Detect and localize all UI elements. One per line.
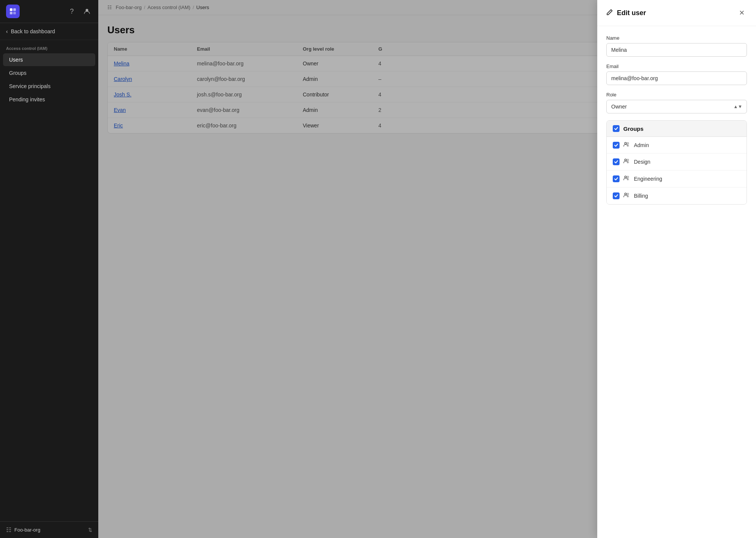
svg-point-12 bbox=[627, 193, 629, 195]
group-admin-label: Admin bbox=[634, 142, 649, 148]
sidebar-item-groups[interactable]: Groups bbox=[3, 67, 95, 79]
close-edit-panel-button[interactable]: ✕ bbox=[736, 8, 747, 18]
group-admin-people-icon bbox=[623, 141, 629, 149]
svg-point-10 bbox=[627, 176, 629, 178]
app-logo bbox=[6, 5, 20, 18]
edit-pencil-icon bbox=[606, 9, 613, 17]
role-select-wrapper: Owner Admin Contributor Viewer ▲▼ bbox=[606, 100, 747, 113]
groups-nav-label: Groups bbox=[9, 70, 26, 76]
sidebar: ? ‹ Back to dashboard Access control (IA… bbox=[0, 0, 98, 538]
edit-panel-header: Edit user ✕ bbox=[597, 0, 756, 26]
svg-rect-3 bbox=[13, 12, 16, 14]
group-billing-checkbox[interactable] bbox=[613, 192, 620, 199]
group-design-label: Design bbox=[634, 159, 651, 165]
sidebar-item-pending-invites[interactable]: Pending invites bbox=[3, 93, 95, 106]
groups-header-label: Groups bbox=[623, 126, 643, 132]
sidebar-header-actions: ? bbox=[67, 6, 92, 17]
email-form-group: Email bbox=[606, 64, 747, 85]
edit-panel-title-row: Edit user bbox=[606, 9, 646, 17]
chevron-left-icon: ‹ bbox=[6, 28, 8, 34]
sidebar-header: ? bbox=[0, 0, 98, 23]
svg-point-7 bbox=[625, 159, 627, 161]
svg-rect-2 bbox=[10, 12, 12, 14]
groups-master-checkbox[interactable] bbox=[613, 125, 620, 132]
groups-section-header: Groups bbox=[607, 121, 747, 137]
name-input[interactable] bbox=[606, 43, 747, 57]
edit-panel-title: Edit user bbox=[617, 9, 646, 17]
group-item-design: Design bbox=[607, 153, 747, 171]
back-to-dashboard-link[interactable]: ‹ Back to dashboard bbox=[0, 23, 98, 40]
edit-panel-body: Name Email Role Owner Admin Contributor … bbox=[597, 26, 756, 538]
sidebar-footer: ☷ Foo-bar-org ⇅ bbox=[0, 521, 98, 538]
group-billing-label: Billing bbox=[634, 193, 648, 199]
help-button[interactable]: ? bbox=[67, 6, 77, 17]
service-principals-nav-label: Service principals bbox=[9, 83, 51, 89]
group-engineering-checkbox[interactable] bbox=[613, 175, 620, 182]
user-profile-button[interactable] bbox=[82, 6, 92, 17]
svg-point-8 bbox=[627, 159, 629, 161]
group-design-checkbox[interactable] bbox=[613, 158, 620, 165]
pending-invites-nav-label: Pending invites bbox=[9, 96, 45, 102]
expand-icon[interactable]: ⇅ bbox=[88, 527, 92, 533]
sidebar-section-label: Access control (IAM) bbox=[0, 40, 98, 53]
svg-rect-0 bbox=[10, 8, 12, 11]
group-admin-checkbox[interactable] bbox=[613, 142, 620, 149]
groups-section: Groups bbox=[606, 120, 747, 205]
sidebar-nav: Access control (IAM) Users Groups Servic… bbox=[0, 40, 98, 521]
group-engineering-people-icon bbox=[623, 175, 629, 183]
group-item-engineering: Engineering bbox=[607, 171, 747, 188]
group-item-admin: Admin bbox=[607, 137, 747, 153]
sidebar-item-users[interactable]: Users bbox=[3, 53, 95, 66]
main-content: ☷ Foo-bar-org / Acess control (IAM) / Us… bbox=[98, 0, 756, 538]
svg-point-9 bbox=[625, 176, 627, 178]
users-nav-label: Users bbox=[9, 57, 23, 63]
back-to-dashboard-label: Back to dashboard bbox=[11, 28, 55, 34]
edit-user-panel: Edit user ✕ Name Email Role bbox=[597, 0, 756, 538]
role-select[interactable]: Owner Admin Contributor Viewer bbox=[606, 100, 747, 113]
svg-rect-1 bbox=[13, 8, 16, 11]
role-label: Role bbox=[606, 92, 747, 98]
svg-point-11 bbox=[625, 193, 627, 195]
close-icon: ✕ bbox=[739, 9, 745, 17]
email-label: Email bbox=[606, 64, 747, 69]
svg-point-6 bbox=[627, 143, 629, 144]
svg-point-5 bbox=[625, 143, 627, 144]
group-billing-people-icon bbox=[623, 192, 629, 200]
org-icon: ☷ bbox=[6, 526, 11, 533]
name-label: Name bbox=[606, 35, 747, 41]
name-form-group: Name bbox=[606, 35, 747, 57]
group-design-people-icon bbox=[623, 158, 629, 166]
org-name-container: ☷ Foo-bar-org bbox=[6, 526, 40, 533]
sidebar-item-service-principals[interactable]: Service principals bbox=[3, 80, 95, 93]
org-name-label: Foo-bar-org bbox=[14, 527, 40, 533]
role-form-group: Role Owner Admin Contributor Viewer ▲▼ bbox=[606, 92, 747, 113]
group-item-billing: Billing bbox=[607, 188, 747, 204]
email-input[interactable] bbox=[606, 71, 747, 85]
group-engineering-label: Engineering bbox=[634, 176, 662, 182]
